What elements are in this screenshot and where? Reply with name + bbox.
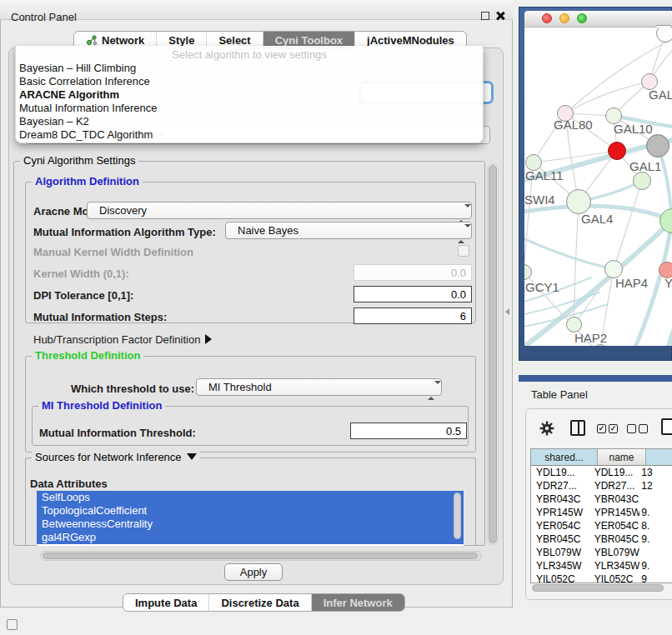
checked-column-icon[interactable]: ✓ [597,424,606,433]
settings-hscrollbar-thumb[interactable] [43,552,478,559]
split-columns-icon[interactable] [570,420,585,436]
algorithm-option[interactable]: Bayesian – Hill Climbing [19,62,136,74]
column-header-shared-name[interactable]: shared... [531,449,598,466]
network-node-gal4[interactable] [566,189,591,214]
tab-infer-network-label: Infer Network [323,597,393,609]
list-scrollbar-thumb[interactable] [454,492,461,539]
which-threshold-combobox[interactable]: MI Threshold [196,378,442,396]
network-icon [86,34,98,46]
settings-hscrollbar-track[interactable] [40,551,482,561]
table-row[interactable]: YBR045CYBR045C9. [531,532,672,546]
table-panel-title: Table Panel [531,388,588,401]
table-hscrollbar-track[interactable] [532,584,667,592]
network-node-gray[interactable] [646,134,669,158]
column-header-name[interactable]: name [598,449,646,466]
control-panel-titlebar [0,0,513,20]
mi-threshold-group-title: MI Threshold Definition [38,399,165,412]
algorithm-option[interactable]: Bayesian – K2 [19,115,89,128]
table-row[interactable]: YIL052CYIL052C9 [531,572,672,583]
kernel-width-field[interactable]: 0.0 [354,264,472,281]
minimize-window-icon[interactable] [559,13,569,23]
restore-panel-icon[interactable] [7,619,18,630]
algorithm-option[interactable]: Dream8 DC_TDC Algorithm [19,128,153,141]
settings-scrollbar-thumb[interactable] [489,165,497,543]
cyni-bottom-tabbar: Impute Data Discretize Data Infer Networ… [123,593,405,612]
table-row[interactable]: YLR345WYLR345W9. [531,559,672,572]
tab-impute-data[interactable]: Impute Data [123,594,208,611]
attribute-item[interactable]: SelfLoops [37,491,464,504]
table-row[interactable]: YBR043CYBR043C [531,492,672,506]
settings-scrollbar-track[interactable] [487,163,499,545]
which-threshold-value: MI Threshold [208,381,272,393]
node-label: HAP2 [574,331,607,345]
aracne-mode-combobox[interactable]: Discovery [87,202,472,219]
apply-button[interactable]: Apply [224,563,283,581]
window-edge-fragment [519,375,672,382]
table-row[interactable]: YDL19...YDL19...13 [531,466,672,479]
threshold-definition-title: Threshold Definition [32,349,143,362]
attribute-item[interactable]: gal4RGexp [37,531,464,544]
float-panel-icon[interactable] [481,12,489,20]
aracne-mode-value: Discovery [99,204,147,217]
table-row[interactable]: YER054CYER054C8. [531,519,672,532]
node-label: HAP4 [615,276,648,290]
node-label: GAL11 [525,168,564,182]
hub-definition-toggle[interactable]: Hub/Transcription Factor Definition [33,333,212,346]
network-node[interactable] [656,28,672,42]
combo-stepper-icon [428,382,434,399]
table-fn-icon[interactable] [661,418,672,435]
dpi-tolerance-field[interactable]: 0.0 [354,286,472,302]
network-node-swi4[interactable] [633,172,651,190]
attribute-item[interactable]: BetweennessCentrality [37,518,464,531]
combo-stepper-icon [458,206,464,222]
table-row[interactable]: YBL079WYBL079W [531,546,672,559]
network-canvas[interactable]: GAL GAL80 GAL10 GAL1 GAL11 SWI4 GAL4 GCY… [524,28,672,346]
which-threshold-label: Which threshold to use: [71,382,194,395]
mi-threshold-label: Mutual Information Threshold: [39,427,196,439]
expanded-arrow-icon [187,453,197,460]
mi-algorithm-type-value: Naive Bayes [238,224,298,237]
close-window-icon[interactable] [542,13,552,23]
column-header-clipped[interactable] [646,449,672,466]
node-label: GAL4 [581,212,613,226]
data-attributes-list[interactable]: SelfLoops TopologicalCoefficient Between… [37,491,464,546]
zoom-window-icon[interactable] [577,13,587,23]
screen: Control Panel Network Style Select Cyni … [0,0,672,635]
mi-steps-label: Mutual Information Steps: [33,311,167,323]
algorithm-dropdown-placeholder: Select algorithm to view settings [16,48,483,61]
collapsed-arrow-icon [205,334,212,344]
manual-kernel-width-checkbox[interactable] [458,245,469,257]
tab-jactivemnodules-label: jActiveMNodules [367,34,454,47]
sources-group-toggle[interactable]: Sources for Network Inference [32,451,200,463]
table-hscrollbar-thumb[interactable] [532,584,664,592]
node-label: SWI4 [524,192,555,207]
algorithm-dropdown-popup: Select algorithm to view settings Bayesi… [15,46,484,143]
mi-algorithm-type-combobox[interactable]: Naive Bayes [225,222,472,239]
mi-algorithm-type-label: Mutual Information Algorithm Type: [33,226,216,238]
unchecked-column-icon[interactable] [639,424,648,433]
table-row[interactable]: YDR27...YDR27...12 [531,479,672,492]
sources-group-title: Sources for Network Inference [35,451,182,463]
checked-column-icon[interactable]: ✓ [609,424,618,433]
algorithm-option[interactable]: Mutual Information Inference [19,102,157,114]
tab-discretize-data-label: Discretize Data [221,597,298,609]
node-table[interactable]: shared... name YDL19...YDL19...13 YDR27.… [530,448,672,583]
tab-discretize-data[interactable]: Discretize Data [208,594,310,611]
gear-icon[interactable] [539,420,555,437]
attribute-item[interactable]: TopologicalCoefficient [37,504,464,518]
combo-stepper-icon [458,226,464,242]
node-label: GAL10 [614,122,653,136]
tab-infer-network[interactable]: Infer Network [311,594,404,611]
table-row[interactable]: YPR145WYPR145W9. [531,506,672,519]
mi-steps-field[interactable]: 6 [354,308,472,324]
algorithm-option-highlighted[interactable]: ARACNE Algorithm [19,88,119,101]
algorithm-option[interactable]: Basic Correlation Inference [19,75,150,88]
hub-definition-label: Hub/Transcription Factor Definition [33,333,200,346]
network-node-gal1-selected[interactable] [608,142,626,160]
tab-select-label: Select [218,34,250,47]
close-panel-icon[interactable] [495,11,505,21]
unchecked-column-icon[interactable] [627,424,636,433]
mi-threshold-field[interactable]: 0.5 [350,422,467,439]
manual-kernel-width-label: Manual Kernel Width Definition [33,246,193,258]
panel-resize-arrow-icon[interactable] [505,308,509,315]
